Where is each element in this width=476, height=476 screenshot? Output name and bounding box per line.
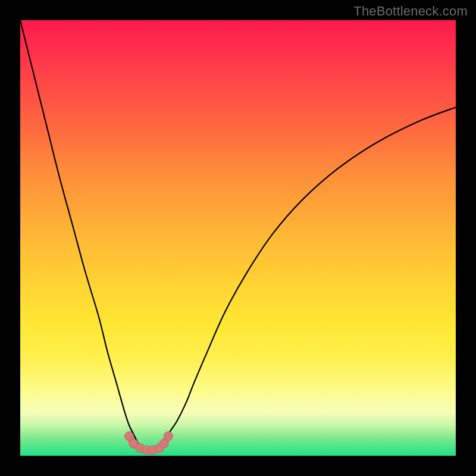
- valley-marker-group: [125, 432, 173, 455]
- chart-frame: TheBottleneck.com: [0, 0, 476, 476]
- brand-watermark: TheBottleneck.com: [353, 4, 468, 19]
- left-branch-path: [20, 20, 142, 447]
- valley-marker: [164, 432, 173, 441]
- right-branch-path: [159, 107, 456, 447]
- curve-layer: [20, 20, 456, 456]
- plot-area: [20, 20, 456, 456]
